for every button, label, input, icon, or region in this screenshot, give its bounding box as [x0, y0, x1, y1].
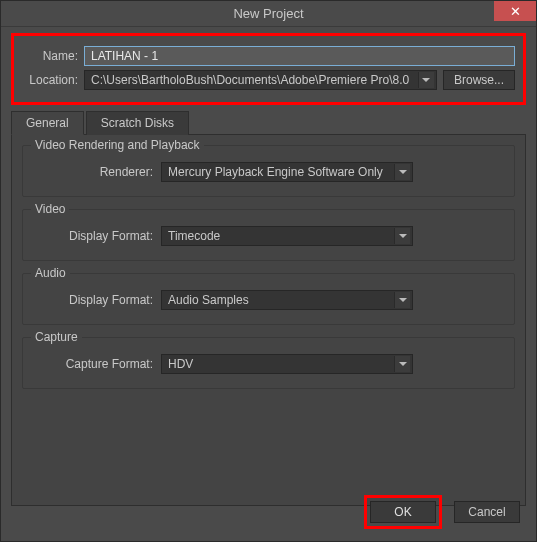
capture-format-dropdown[interactable]: HDV [161, 354, 413, 374]
group-video-rendering: Video Rendering and Playback Renderer: M… [22, 145, 515, 197]
close-icon: ✕ [510, 4, 521, 19]
chevron-down-icon [394, 228, 410, 244]
close-button[interactable]: ✕ [494, 1, 536, 21]
tabs: General Scratch Disks [11, 111, 526, 135]
highlight-name-location: Name: Location: C:\Users\BartholoBush\Do… [11, 33, 526, 105]
new-project-dialog: New Project ✕ Name: Location: C:\Users\B… [0, 0, 537, 542]
capture-format-value: HDV [168, 357, 193, 371]
audio-display-format-value: Audio Samples [168, 293, 249, 307]
content-area: Name: Location: C:\Users\BartholoBush\Do… [1, 27, 536, 516]
video-display-format-label: Display Format: [33, 229, 153, 243]
browse-button[interactable]: Browse... [443, 70, 515, 90]
group-video: Video Display Format: Timecode [22, 209, 515, 261]
audio-display-format-label: Display Format: [33, 293, 153, 307]
group-title-audio: Audio [31, 266, 70, 280]
location-label: Location: [22, 73, 78, 87]
location-dropdown[interactable]: C:\Users\BartholoBush\Documents\Adobe\Pr… [84, 70, 437, 90]
video-display-format-dropdown[interactable]: Timecode [161, 226, 413, 246]
tab-general[interactable]: General [11, 111, 84, 135]
group-title-rendering: Video Rendering and Playback [31, 138, 204, 152]
group-title-video: Video [31, 202, 69, 216]
location-row: Location: C:\Users\BartholoBush\Document… [22, 70, 515, 90]
video-display-format-value: Timecode [168, 229, 220, 243]
tab-scratch-disks[interactable]: Scratch Disks [86, 111, 189, 135]
titlebar: New Project ✕ [1, 1, 536, 27]
group-audio: Audio Display Format: Audio Samples [22, 273, 515, 325]
chevron-down-icon [418, 72, 434, 88]
chevron-down-icon [394, 164, 410, 180]
cancel-button[interactable]: Cancel [454, 501, 520, 523]
ok-button[interactable]: OK [370, 501, 436, 523]
highlight-ok: OK [364, 495, 442, 529]
chevron-down-icon [394, 292, 410, 308]
name-label: Name: [22, 49, 78, 63]
audio-display-format-dropdown[interactable]: Audio Samples [161, 290, 413, 310]
capture-format-label: Capture Format: [33, 357, 153, 371]
group-title-capture: Capture [31, 330, 82, 344]
tab-panel-general: Video Rendering and Playback Renderer: M… [11, 134, 526, 506]
chevron-down-icon [394, 356, 410, 372]
renderer-dropdown[interactable]: Mercury Playback Engine Software Only [161, 162, 413, 182]
location-value: C:\Users\BartholoBush\Documents\Adobe\Pr… [91, 73, 409, 87]
name-input[interactable] [84, 46, 515, 66]
renderer-label: Renderer: [33, 165, 153, 179]
window-title: New Project [233, 6, 303, 21]
renderer-value: Mercury Playback Engine Software Only [168, 165, 383, 179]
dialog-buttons: OK Cancel [364, 495, 520, 529]
group-capture: Capture Capture Format: HDV [22, 337, 515, 389]
name-row: Name: [22, 46, 515, 66]
